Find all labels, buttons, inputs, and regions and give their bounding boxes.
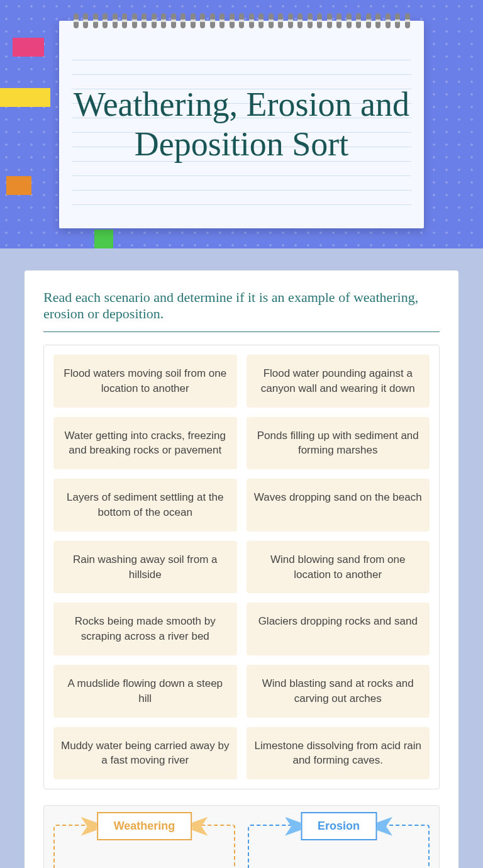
dropzones-container: Weathering Erosion	[43, 805, 440, 868]
scenario-card[interactable]: Waves dropping sand on the beach	[247, 479, 430, 531]
scenario-card[interactable]: Flood waters moving soil from one locati…	[53, 355, 237, 408]
banner-wing-icon	[377, 817, 392, 836]
scenario-card[interactable]: A mudslide flowing down a steep hill	[53, 665, 237, 718]
decorative-tab	[6, 176, 31, 195]
decorative-tab	[0, 88, 50, 107]
decorative-tab	[13, 38, 44, 57]
erosion-dropzone[interactable]: Erosion	[248, 825, 430, 868]
weathering-label: Weathering	[97, 812, 192, 840]
scenario-card[interactable]: Limestone dissolving from acid rain and …	[247, 727, 430, 780]
scenario-card[interactable]: Wind blowing sand from one location to a…	[247, 541, 430, 594]
scenario-card[interactable]: Wind blasting sand at rocks and carving …	[247, 665, 430, 718]
notepad: Weathering, Erosion and Deposition Sort	[59, 21, 424, 228]
spiral-binding	[59, 13, 424, 28]
scenario-card[interactable]: Layers of sediment settling at the botto…	[53, 479, 237, 531]
erosion-label: Erosion	[301, 812, 377, 840]
banner-wing-icon	[192, 817, 208, 836]
scenario-card[interactable]: Rain washing away soil from a hillside	[53, 541, 237, 594]
scenario-card[interactable]: Ponds filling up with sediment and formi…	[247, 417, 430, 470]
instructions-text: Read each scenario and determine if it i…	[43, 289, 440, 332]
weathering-dropzone[interactable]: Weathering	[53, 825, 235, 868]
scenario-card[interactable]: Rocks being made smooth by scraping acro…	[53, 603, 237, 655]
weathering-banner: Weathering	[81, 812, 208, 840]
scenario-card[interactable]: Muddy water being carried away by a fast…	[53, 727, 237, 780]
scenario-card[interactable]: Glaciers dropping rocks and sand	[247, 603, 430, 655]
page-title: Weathering, Erosion and Deposition Sort	[72, 85, 411, 163]
hero-section: Weathering, Erosion and Deposition Sort	[0, 0, 483, 248]
scenario-card[interactable]: Water getting into cracks, freezing and …	[53, 417, 237, 470]
scenario-cards-container: Flood waters moving soil from one locati…	[43, 345, 440, 789]
banner-wing-icon	[81, 817, 97, 836]
scenario-card[interactable]: Flood water pounding against a canyon wa…	[247, 355, 430, 408]
decorative-tab	[94, 230, 113, 248]
banner-wing-icon	[285, 817, 301, 836]
erosion-banner: Erosion	[285, 812, 392, 840]
content-panel: Read each scenario and determine if it i…	[25, 270, 458, 868]
